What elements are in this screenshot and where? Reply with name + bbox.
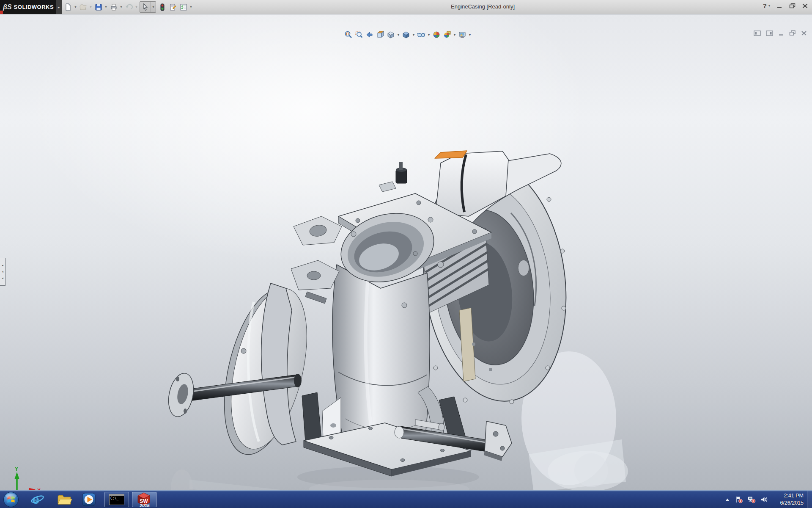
internet-explorer-icon: e bbox=[30, 492, 45, 507]
command-prompt-button[interactable]: C:\_ bbox=[104, 492, 129, 507]
command-prompt-icon: C:\_ bbox=[109, 494, 124, 505]
view-orientation-icon[interactable] bbox=[386, 30, 396, 40]
print-icon[interactable] bbox=[108, 2, 119, 12]
taskbar: e C:\_ SW 2015 bbox=[0, 490, 812, 508]
window-title: EngineCasing [Read-only] bbox=[451, 3, 515, 10]
brand-name: SOLIDWORKS bbox=[14, 4, 54, 10]
command-prompt-text: C:\_ bbox=[110, 496, 124, 501]
chevron-left-icon: ◂ bbox=[2, 276, 3, 280]
show-hidden-icons[interactable] bbox=[724, 497, 730, 504]
display-style-dropdown[interactable]: ▾ bbox=[411, 33, 416, 37]
display-style-icon[interactable] bbox=[401, 30, 411, 40]
chevron-left-icon: ◂ bbox=[2, 270, 3, 273]
volume-icon[interactable] bbox=[760, 496, 768, 505]
headsup-view-toolbar: ▾ ▾ ▾ ▾ ▾ bbox=[343, 30, 472, 40]
folder-icon bbox=[57, 492, 72, 507]
apply-scene-icon[interactable] bbox=[442, 30, 452, 40]
media-player-button[interactable] bbox=[81, 492, 96, 507]
clock[interactable]: 2:41 PM 6/26/2015 bbox=[780, 492, 804, 507]
minimize-window-icon[interactable] bbox=[777, 3, 782, 8]
solidworks-logo: βS SOLIDWORKS bbox=[0, 0, 56, 14]
internet-explorer-button[interactable]: e bbox=[30, 492, 45, 507]
selected-face-highlight bbox=[435, 151, 467, 158]
undo-icon[interactable] bbox=[123, 2, 134, 12]
window-controls: ? ▾ bbox=[763, 2, 808, 9]
close-window-icon[interactable] bbox=[802, 3, 808, 8]
edit-appearance-icon[interactable] bbox=[431, 30, 442, 40]
print-dropdown[interactable]: ▾ bbox=[119, 5, 123, 9]
solidworks-2015-button[interactable]: SW 2015 bbox=[132, 492, 156, 507]
show-display-pane-icon[interactable] bbox=[766, 30, 773, 36]
windows-explorer-button[interactable] bbox=[57, 492, 72, 507]
chevron-left-icon: ◂ bbox=[2, 264, 3, 267]
menu-expand-tab[interactable]: ▸ bbox=[56, 0, 62, 14]
solidworks-2015-icon: SW 2015 bbox=[136, 491, 153, 508]
document-icon[interactable] bbox=[0, 11, 3, 14]
graphics-viewport[interactable]: ▾ ▾ ▾ ▾ ▾ bbox=[0, 14, 812, 490]
zoom-to-area-icon[interactable] bbox=[354, 30, 364, 40]
open-dropdown[interactable]: ▾ bbox=[88, 5, 93, 9]
section-view-icon[interactable] bbox=[375, 30, 385, 40]
options-dropdown[interactable]: ▾ bbox=[189, 5, 193, 9]
select-cursor-icon[interactable] bbox=[140, 2, 151, 12]
hide-show-items-icon[interactable] bbox=[416, 30, 426, 40]
media-player-icon bbox=[81, 492, 96, 507]
view-orientation-dropdown[interactable]: ▾ bbox=[396, 33, 401, 37]
apply-scene-dropdown[interactable]: ▾ bbox=[453, 33, 457, 37]
zoom-to-fit-icon[interactable] bbox=[343, 30, 354, 40]
view-settings-icon[interactable] bbox=[457, 30, 467, 40]
select-dropdown[interactable]: ▾ bbox=[151, 2, 156, 12]
document-window-controls bbox=[754, 30, 807, 36]
start-button[interactable] bbox=[3, 491, 19, 508]
tray-date: 6/26/2015 bbox=[780, 500, 804, 507]
main-toolbar: ▾ ▾ ▾ ▾ ▾ ▾ ▾ bbox=[63, 1, 193, 13]
action-center-icon[interactable] bbox=[735, 495, 743, 505]
restore-icon[interactable] bbox=[789, 30, 796, 36]
file-properties-icon[interactable] bbox=[167, 2, 178, 12]
rebuild-traffic-light-icon[interactable] bbox=[157, 2, 167, 12]
save-dropdown[interactable]: ▾ bbox=[104, 5, 108, 9]
restore-window-icon[interactable] bbox=[789, 3, 796, 8]
save-icon[interactable] bbox=[93, 2, 104, 12]
minimize-icon[interactable] bbox=[778, 30, 784, 36]
network-status-icon[interactable] bbox=[747, 495, 756, 505]
help-dropdown[interactable]: ▾ bbox=[768, 4, 770, 8]
view-settings-dropdown[interactable]: ▾ bbox=[468, 33, 472, 37]
open-icon[interactable] bbox=[78, 2, 88, 12]
triad-y-label: Y bbox=[15, 466, 18, 472]
system-tray bbox=[724, 495, 768, 505]
engine-casing-model[interactable] bbox=[0, 14, 812, 508]
model-geometry bbox=[165, 151, 579, 476]
undo-dropdown[interactable]: ▾ bbox=[134, 5, 139, 9]
solidworks-logo-icon: βS bbox=[3, 3, 12, 11]
show-desktop-button[interactable] bbox=[807, 491, 812, 508]
hide-show-items-dropdown[interactable]: ▾ bbox=[427, 33, 431, 37]
tray-time: 2:41 PM bbox=[780, 492, 804, 500]
start-orb-icon bbox=[3, 491, 19, 508]
titlebar: βS SOLIDWORKS ▸ ▾ ▾ ▾ ▾ ▾ ▾ bbox=[0, 0, 812, 14]
options-icon[interactable] bbox=[178, 2, 189, 12]
new-document-icon[interactable] bbox=[63, 2, 73, 12]
previous-view-icon[interactable] bbox=[365, 30, 375, 40]
featuremanager-collapsed-tab[interactable]: ◂ ◂ ◂ bbox=[0, 258, 5, 286]
new-document-dropdown[interactable]: ▾ bbox=[73, 5, 78, 9]
select-tool-group: ▾ bbox=[140, 1, 156, 13]
close-icon[interactable] bbox=[801, 30, 807, 36]
show-feature-pane-icon[interactable] bbox=[754, 30, 761, 36]
help-button[interactable]: ? bbox=[763, 2, 767, 9]
sw-badge: 2015 bbox=[139, 503, 150, 508]
